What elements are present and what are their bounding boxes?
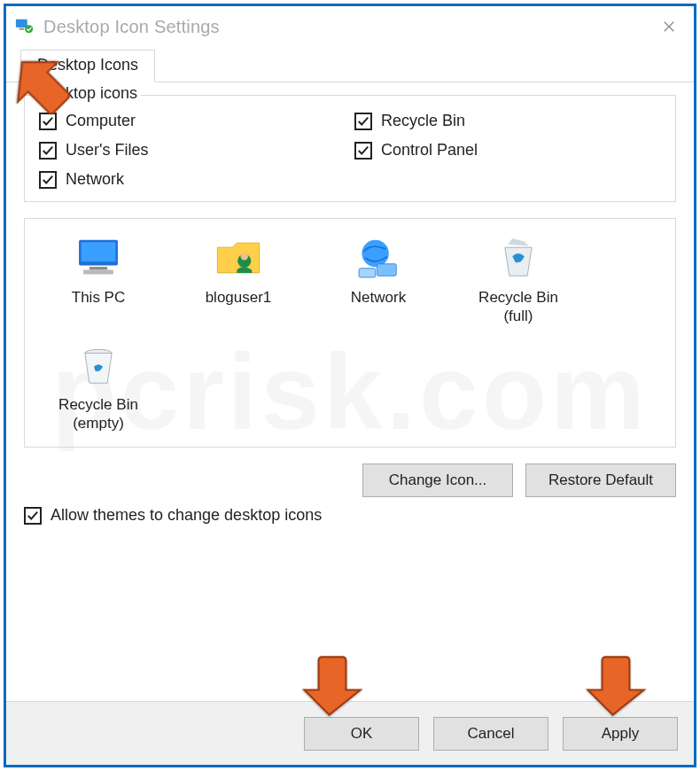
checkbox-label: Computer [66,112,136,130]
close-button[interactable] [649,11,688,43]
icon-preview-box: This PC bloguser1 Network Recycle Bin (f… [24,218,676,448]
dialog-footer: OK Cancel Apply [6,701,694,765]
icon-this-pc[interactable]: This PC [32,226,165,326]
checkbox-box-icon [39,113,57,130]
checkbox-network[interactable]: Network [39,170,346,189]
tab-desktop-icons[interactable]: Desktop Icons [20,50,155,82]
icon-label: Recycle Bin (empty) [58,395,138,433]
dialog-window: Desktop Icon Settings Desktop Icons pcri… [4,4,696,767]
user-folder-icon [207,231,269,284]
checkbox-box-icon [354,113,372,130]
dialog-content: pcrisk.com Desktop icons Computer Recycl… [6,82,694,701]
icon-recycle-bin-full[interactable]: Recycle Bin (full) [452,226,585,326]
checkbox-label: User's Files [66,141,148,160]
groupbox-legend: Desktop icons [34,84,141,103]
checkbox-recycle-bin[interactable]: Recycle Bin [354,112,661,130]
icon-user-folder[interactable]: bloguser1 [172,226,305,326]
button-label: Cancel [468,725,515,742]
checkbox-computer[interactable]: Computer [39,112,346,130]
checkbox-label: Network [66,170,124,189]
ok-button[interactable]: OK [304,717,419,751]
checkbox-box-icon [24,507,42,525]
checkbox-users-files[interactable]: User's Files [39,141,346,160]
button-label: Change Icon... [389,471,487,488]
window-title: Desktop Icon Settings [43,17,649,37]
checkbox-label: Recycle Bin [381,112,465,130]
checkbox-box-icon [39,142,57,160]
system-icon [15,17,35,36]
recycle-bin-full-icon [487,231,549,284]
restore-default-button[interactable]: Restore Default [525,463,676,497]
computer-icon [67,231,129,284]
button-label: OK [351,725,373,742]
checkbox-label: Allow themes to change desktop icons [51,506,322,525]
icon-label: bloguser1 [206,288,272,307]
cancel-button[interactable]: Cancel [433,717,548,751]
recycle-bin-empty-icon [67,339,129,392]
change-icon-button[interactable]: Change Icon... [362,463,513,497]
apply-button[interactable]: Apply [563,717,678,751]
icon-label: This PC [72,288,125,307]
checkbox-box-icon [354,142,372,160]
tab-label: Desktop Icons [37,56,138,74]
button-label: Restore Default [548,471,653,488]
checkbox-allow-themes[interactable]: Allow themes to change desktop icons [24,506,676,525]
network-icon [347,231,409,284]
tab-strip: Desktop Icons [6,47,694,82]
icon-list: This PC bloguser1 Network Recycle Bin (f… [30,224,670,438]
icon-recycle-bin-empty[interactable]: Recycle Bin (empty) [32,333,165,433]
checkbox-label: Control Panel [381,141,478,160]
groupbox-desktop-icons: Desktop icons Computer Recycle Bin User'… [24,95,676,202]
titlebar: Desktop Icon Settings [6,6,694,47]
icon-network[interactable]: Network [312,226,445,326]
button-label: Apply [602,725,640,742]
checkbox-box-icon [39,171,57,189]
icon-label: Network [351,288,406,307]
checkbox-grid: Computer Recycle Bin User's Files Contro… [39,112,661,189]
icon-label: Recycle Bin (full) [478,288,558,326]
icon-action-row: Change Icon... Restore Default [24,463,676,497]
checkbox-control-panel[interactable]: Control Panel [354,141,661,160]
